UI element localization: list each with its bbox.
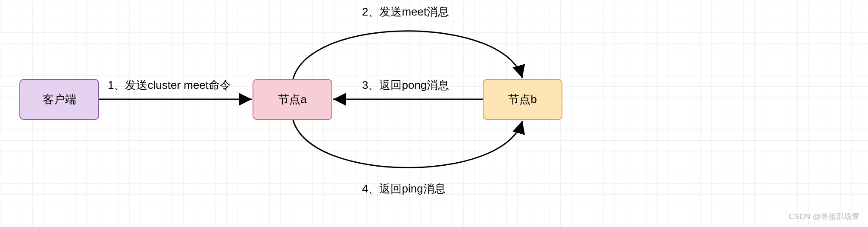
node-b: 节点b [483,79,562,120]
watermark: CSDN @等後那场雪 [789,211,859,222]
node-a: 节点a [253,79,332,120]
edge-2-label: 2、发送meet消息 [362,4,449,19]
node-client: 客户端 [19,79,99,120]
node-a-label: 节点a [278,92,306,107]
node-b-label: 节点b [508,92,537,107]
edge-1-label: 1、发送cluster meet命令 [108,78,231,93]
node-client-label: 客户端 [43,92,76,107]
edge-2-curve [293,31,522,79]
edge-4-curve [293,120,522,168]
edge-4-label: 4、返回ping消息 [362,181,446,196]
edge-3-label: 3、返回pong消息 [362,78,449,93]
